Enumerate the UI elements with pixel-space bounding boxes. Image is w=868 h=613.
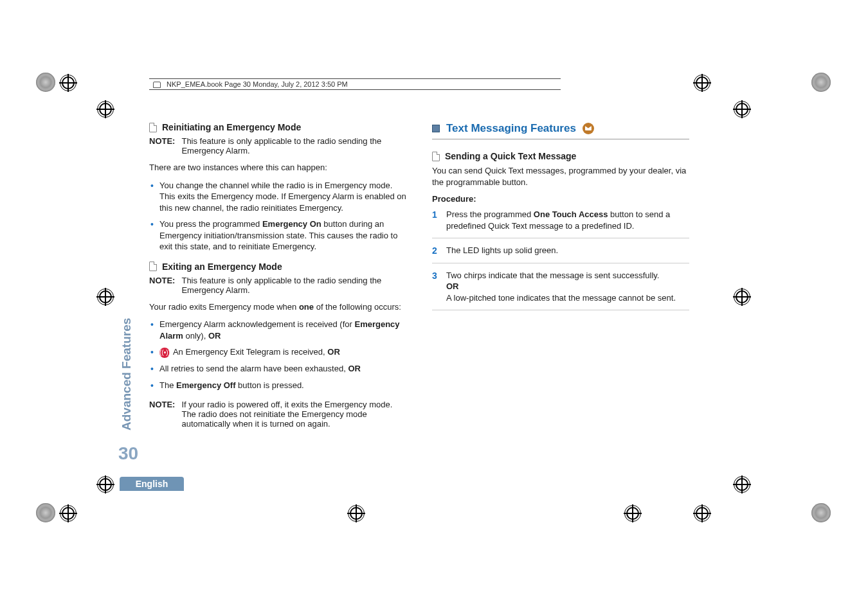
note-text: If your radio is powered off, it exits t… bbox=[181, 400, 406, 429]
note-label: NOTE: bbox=[149, 276, 175, 295]
note-row: NOTE: This feature is only applicable to… bbox=[149, 276, 406, 295]
paragraph: You can send Quick Text messages, progra… bbox=[432, 165, 689, 188]
subheading-text: Reinitiating an Emergency Mode bbox=[162, 122, 301, 132]
crosshair-mark bbox=[733, 100, 751, 118]
document-icon bbox=[432, 152, 440, 161]
crosshair-mark bbox=[59, 504, 77, 522]
registration-mark bbox=[811, 503, 831, 522]
steps-list: Press the programmed One Touch Access bu… bbox=[432, 209, 689, 310]
list-item: Two chirps indicate that the message is … bbox=[432, 270, 689, 311]
list-item: Press the programmed One Touch Access bu… bbox=[432, 209, 689, 238]
note-row: NOTE: This feature is only applicable to… bbox=[149, 136, 406, 155]
registration-mark bbox=[36, 73, 55, 92]
page-header-text: NKP_EMEA.book Page 30 Monday, July 2, 20… bbox=[167, 80, 348, 88]
crosshair-mark bbox=[96, 100, 114, 118]
crosshair-mark bbox=[693, 504, 711, 522]
list-item: The Emergency Off button is pressed. bbox=[149, 380, 406, 391]
subheading-text: Sending a Quick Text Message bbox=[445, 151, 576, 161]
crosshair-mark bbox=[96, 475, 114, 493]
note-row: NOTE: If your radio is powered off, it e… bbox=[149, 400, 406, 429]
crosshair-mark bbox=[624, 504, 642, 522]
paragraph: Your radio exits Emergency mode when one… bbox=[149, 301, 406, 313]
list-item: You change the channel while the radio i… bbox=[149, 180, 406, 214]
subheading-quicktext: Sending a Quick Text Message bbox=[432, 151, 689, 161]
document-icon bbox=[149, 262, 157, 271]
list-item: You press the programmed Emergency On bu… bbox=[149, 218, 406, 253]
list-item: ((•)) An Emergency Exit Telegram is rece… bbox=[149, 346, 406, 358]
crosshair-mark bbox=[733, 288, 751, 306]
crosshair-mark bbox=[96, 288, 114, 306]
paragraph: There are two instances where this can h… bbox=[149, 162, 406, 173]
list-item: All retries to send the alarm have been … bbox=[149, 363, 406, 375]
bullet-list: Emergency Alarm acknowledgement is recei… bbox=[149, 319, 406, 391]
page-header: NKP_EMEA.book Page 30 Monday, July 2, 20… bbox=[149, 78, 561, 90]
right-column: Text Messaging Features Sending a Quick … bbox=[432, 122, 689, 435]
procedure-label: Procedure: bbox=[432, 194, 689, 204]
note-text: This feature is only applicable to the r… bbox=[181, 136, 406, 155]
book-icon bbox=[153, 82, 161, 88]
crosshair-mark bbox=[733, 475, 751, 493]
antenna-icon: ((•)) bbox=[159, 348, 170, 358]
subheading-text: Exiting an Emergency Mode bbox=[162, 262, 282, 272]
subheading-exiting: Exiting an Emergency Mode bbox=[149, 262, 406, 272]
crosshair-mark bbox=[59, 74, 77, 92]
message-icon bbox=[583, 123, 594, 134]
note-text: This feature is only applicable to the r… bbox=[181, 276, 406, 295]
section-heading-text: Text Messaging Features bbox=[446, 122, 576, 135]
section-heading: Text Messaging Features bbox=[432, 122, 689, 139]
registration-mark bbox=[36, 503, 55, 522]
registration-mark bbox=[811, 73, 831, 92]
page-number: 30 bbox=[118, 443, 138, 464]
square-bullet-icon bbox=[432, 125, 440, 132]
subheading-reinitiating: Reinitiating an Emergency Mode bbox=[149, 122, 406, 132]
left-column: Reinitiating an Emergency Mode NOTE: Thi… bbox=[149, 122, 406, 435]
bullet-list: You change the channel while the radio i… bbox=[149, 180, 406, 253]
note-label: NOTE: bbox=[149, 136, 175, 155]
language-tab: English bbox=[120, 477, 184, 491]
side-tab: Advanced Features bbox=[118, 302, 135, 431]
content-area: Reinitiating an Emergency Mode NOTE: Thi… bbox=[149, 122, 699, 435]
crosshair-mark bbox=[693, 74, 711, 92]
document-icon bbox=[149, 123, 157, 132]
crosshair-mark bbox=[347, 504, 365, 522]
note-label: NOTE: bbox=[149, 400, 175, 429]
list-item: Emergency Alarm acknowledgement is recei… bbox=[149, 319, 406, 341]
list-item: The LED lights up solid green. bbox=[432, 245, 689, 263]
